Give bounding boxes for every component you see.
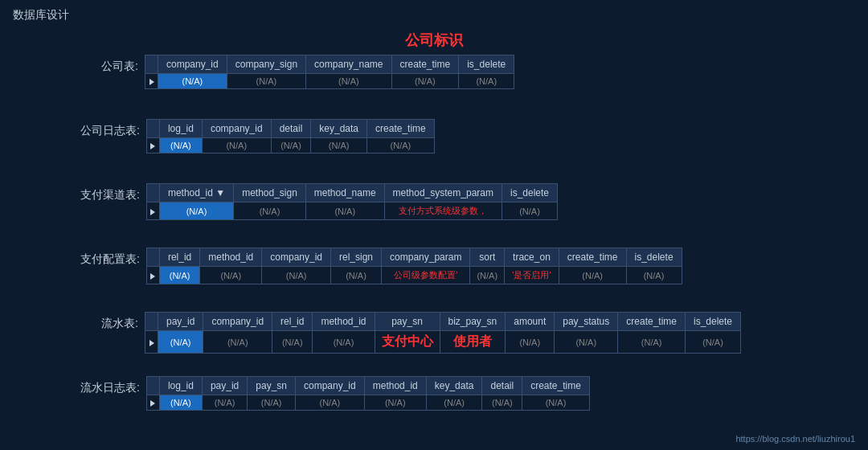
col-header: method_id	[364, 377, 426, 395]
table-cell: (N/A)	[306, 74, 391, 89]
col-header: method_name	[305, 184, 384, 202]
col-header: company_name	[306, 55, 391, 74]
table-cell: (N/A)	[364, 395, 426, 411]
col-header: rel_id	[272, 313, 313, 331]
table-cell: (N/A)	[459, 74, 514, 89]
table-cell: 支付方式系统级参数，	[384, 202, 502, 220]
table-cell: 公司级参数配置'	[382, 267, 470, 284]
col-header: rel_sign	[331, 248, 382, 267]
col-header: company_id	[296, 377, 365, 395]
footer-url: https://blog.csdn.net/liuzhirou1	[735, 434, 855, 444]
table-cell: 支付中心	[375, 331, 440, 354]
section-transaction: 流水表:pay_idcompany_idrel_idmethod_idpay_s…	[80, 312, 741, 354]
section-label-payment_config: 支付配置表:	[80, 248, 146, 267]
col-header: create_time	[618, 313, 686, 331]
section-payment_config: 支付配置表:rel_idmethod_idcompany_idrel_signc…	[80, 248, 682, 284]
section-payment_channel: 支付渠道表:method_id ▼method_signmethod_namem…	[80, 183, 558, 220]
col-header: company_id	[262, 248, 331, 267]
table-cell: (N/A)	[159, 395, 202, 411]
table-cell: (N/A)	[559, 267, 626, 284]
table-cell: (N/A)	[391, 74, 459, 89]
table-cell: (N/A)	[506, 331, 555, 354]
col-header: is_delete	[626, 248, 682, 267]
col-header: create_time	[391, 55, 459, 74]
col-header: log_id	[159, 120, 202, 138]
col-header: is_delete	[686, 313, 741, 331]
table-cell: (N/A)	[331, 267, 382, 284]
table-cell: (N/A)	[522, 395, 590, 411]
section-label-transaction: 流水表:	[80, 312, 145, 331]
col-header: pay_id	[158, 313, 203, 331]
table-payment_channel: method_id ▼method_signmethod_namemethod_…	[146, 183, 558, 220]
table-cell: '是否启用'	[505, 267, 559, 284]
table-cell: (N/A)	[158, 74, 227, 89]
table-cell: (N/A)	[272, 331, 313, 354]
table-cell: (N/A)	[482, 395, 522, 411]
table-cell: (N/A)	[305, 202, 384, 220]
table-cell: (N/A)	[159, 267, 199, 284]
table-cell: (N/A)	[159, 202, 233, 220]
table-cell: (N/A)	[311, 138, 367, 153]
col-header: sort	[470, 248, 505, 267]
table-cell: (N/A)	[555, 331, 618, 354]
col-header: pay_id	[202, 377, 247, 395]
table-company: company_idcompany_signcompany_namecreate…	[145, 55, 514, 89]
col-header: company_id	[158, 55, 227, 74]
page-title: 数据库设计	[13, 8, 69, 22]
table-cell: (N/A)	[271, 138, 311, 153]
col-header: biz_pay_sn	[440, 313, 506, 331]
col-header: method_id	[200, 248, 262, 267]
section-label-transaction_log: 流水日志表:	[80, 376, 146, 395]
col-header: pay_sn	[375, 313, 440, 331]
col-header: company_param	[382, 248, 470, 267]
col-header: create_time	[522, 377, 590, 395]
table-cell: (N/A)	[202, 395, 247, 411]
table-payment_config: rel_idmethod_idcompany_idrel_signcompany…	[146, 248, 682, 284]
table-cell: (N/A)	[234, 202, 306, 220]
table-cell: (N/A)	[159, 138, 202, 153]
col-header: method_id ▼	[159, 184, 233, 202]
col-header: is_delete	[459, 55, 514, 74]
col-header: company_id	[202, 120, 271, 138]
table-cell: (N/A)	[262, 267, 331, 284]
col-header: key_data	[311, 120, 367, 138]
table-cell: (N/A)	[313, 331, 375, 354]
col-header: method_id	[313, 313, 375, 331]
col-header: log_id	[159, 377, 202, 395]
table-cell: (N/A)	[686, 331, 741, 354]
col-header: rel_id	[159, 248, 199, 267]
table-cell: (N/A)	[227, 74, 305, 89]
table-cell: (N/A)	[203, 331, 272, 354]
table-cell: (N/A)	[248, 395, 296, 411]
col-header: create_time	[367, 120, 435, 138]
col-header: company_sign	[227, 55, 305, 74]
table-cell: (N/A)	[426, 395, 482, 411]
table-transaction: pay_idcompany_idrel_idmethod_idpay_snbiz…	[145, 312, 741, 354]
table-cell: (N/A)	[367, 138, 435, 153]
table-cell: (N/A)	[626, 267, 682, 284]
col-header: detail	[271, 120, 311, 138]
col-header: company_id	[203, 313, 272, 331]
table-cell: (N/A)	[200, 267, 262, 284]
col-header: is_delete	[502, 184, 557, 202]
col-header: pay_status	[555, 313, 618, 331]
table-cell: (N/A)	[502, 202, 557, 220]
col-header: method_sign	[234, 184, 306, 202]
section-company_log: 公司日志表:log_idcompany_iddetailkey_datacrea…	[80, 119, 435, 153]
table-cell: (N/A)	[296, 395, 365, 411]
table-transaction_log: log_idpay_idpay_sncompany_idmethod_idkey…	[146, 376, 590, 411]
col-header: key_data	[426, 377, 482, 395]
table-cell: 使用者	[440, 331, 506, 354]
section-transaction_log: 流水日志表:log_idpay_idpay_sncompany_idmethod…	[80, 376, 590, 411]
table-cell: (N/A)	[202, 138, 271, 153]
section-label-company_log: 公司日志表:	[80, 119, 146, 138]
section-label-payment_channel: 支付渠道表:	[80, 183, 146, 202]
col-header: detail	[482, 377, 522, 395]
table-company_log: log_idcompany_iddetailkey_datacreate_tim…	[146, 119, 435, 153]
col-header: method_system_param	[384, 184, 502, 202]
section-label-company: 公司表:	[80, 55, 145, 74]
col-header: amount	[506, 313, 555, 331]
table-cell: (N/A)	[470, 267, 505, 284]
table-cell: (N/A)	[158, 331, 203, 354]
section-company: 公司表:company_idcompany_signcompany_namecr…	[80, 55, 514, 89]
